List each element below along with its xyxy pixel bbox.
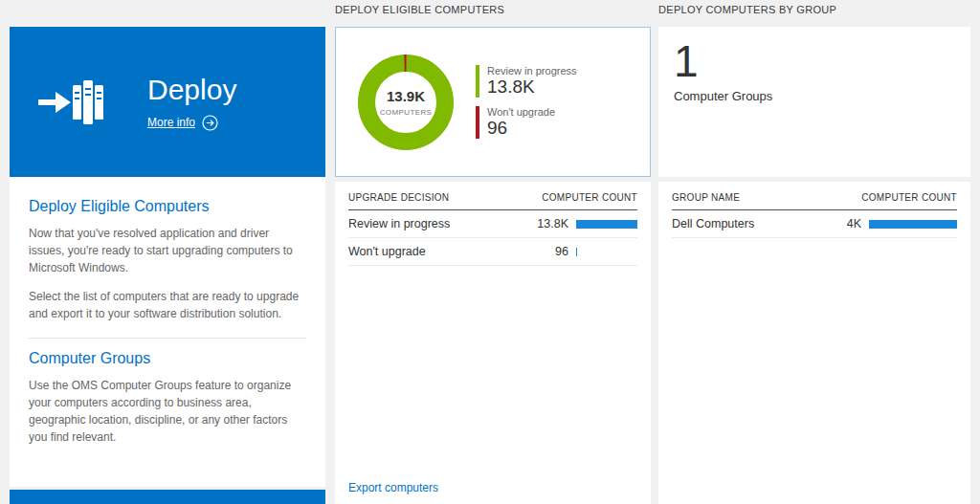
- more-info-label: More info: [147, 116, 195, 129]
- count-bar: [576, 220, 637, 229]
- deploy-tile-text: Deploy More info: [147, 74, 236, 131]
- section-heading-eligible: Deploy Eligible Computers: [29, 198, 306, 215]
- eligible-computers-column: DEPLOY ELIGIBLE COMPUTERS 13.9K COMPUTER…: [335, 0, 651, 504]
- table-row[interactable]: Won't upgrade 96: [348, 238, 637, 266]
- legend-item-wont-upgrade: Won't upgrade 96: [476, 106, 577, 139]
- next-tile-partial: [10, 490, 325, 504]
- column-header-group-name: GROUP NAME: [672, 192, 740, 203]
- arrow-circle-icon: [202, 115, 218, 131]
- legend-label: Won't upgrade: [487, 106, 577, 118]
- deploy-dashboard: Deploy More info Deploy Eligible Compute…: [0, 0, 980, 504]
- row-label: Review in progress: [348, 217, 450, 230]
- column-header-computer-count: COMPUTER COUNT: [861, 192, 957, 203]
- bar-track: [869, 220, 957, 229]
- more-info-link[interactable]: More info: [147, 115, 236, 131]
- row-value: 13.8K: [530, 217, 568, 230]
- section-paragraph: Now that you've resolved application and…: [29, 225, 306, 276]
- legend-value: 96: [487, 119, 577, 139]
- donut-legend: Review in progress 13.8K Won't upgrade 9…: [476, 56, 577, 147]
- row-value-group: 13.8K: [530, 217, 637, 230]
- computers-by-group-column: DEPLOY COMPUTERS BY GROUP 1 Computer Gro…: [658, 0, 970, 504]
- column-header-upgrade-decision: UPGRADE DECISION: [348, 192, 449, 203]
- deploy-icon: [36, 72, 111, 133]
- table-header-row: GROUP NAME COMPUTER COUNT: [672, 182, 957, 210]
- legend-item-review: Review in progress 13.8K: [476, 65, 577, 98]
- left-column: Deploy More info Deploy Eligible Compute…: [10, 0, 325, 504]
- section-paragraph: Use the OMS Computer Groups feature to o…: [29, 377, 306, 446]
- row-value-group: 96: [530, 245, 637, 258]
- table-row[interactable]: Dell Computers 4K: [672, 210, 957, 238]
- deploy-tile-title: Deploy: [147, 74, 236, 105]
- section-divider: [29, 338, 306, 339]
- eligible-computers-tile[interactable]: 13.9K COMPUTERS Review in progress 13.8K…: [335, 27, 651, 177]
- deploy-info-panel: Deploy Eligible Computers Now that you'v…: [10, 177, 325, 487]
- bar-track: [576, 220, 637, 229]
- legend-label: Review in progress: [487, 65, 577, 77]
- export-computers-link[interactable]: Export computers: [348, 481, 438, 494]
- count-bar: [576, 248, 577, 256]
- row-label: Won't upgrade: [348, 245, 426, 258]
- donut-center-value: 13.9K: [387, 88, 425, 104]
- row-value: 4K: [823, 217, 861, 230]
- computers-by-group-header: DEPLOY COMPUTERS BY GROUP: [658, 4, 836, 15]
- eligible-computers-header: DEPLOY ELIGIBLE COMPUTERS: [335, 4, 504, 15]
- table-header-row: UPGRADE DECISION COMPUTER COUNT: [348, 182, 637, 210]
- section-heading-groups: Computer Groups: [29, 350, 306, 367]
- deploy-tile[interactable]: Deploy More info: [10, 27, 325, 177]
- section-paragraph: Select the list of computers that are re…: [29, 288, 306, 322]
- group-name-table: GROUP NAME COMPUTER COUNT Dell Computers…: [658, 182, 970, 504]
- row-label: Dell Computers: [672, 217, 754, 230]
- group-count-label: Computer Groups: [674, 89, 955, 103]
- row-value: 96: [530, 245, 568, 258]
- computers-donut-chart: 13.9K COMPUTERS: [355, 52, 457, 153]
- legend-value: 13.8K: [487, 77, 577, 98]
- computer-groups-tile[interactable]: 1 Computer Groups: [658, 27, 970, 177]
- bar-track: [576, 248, 637, 256]
- upgrade-decision-table: UPGRADE DECISION COMPUTER COUNT Review i…: [335, 182, 651, 504]
- group-count-value: 1: [674, 36, 955, 87]
- count-bar: [869, 220, 957, 229]
- column-header-computer-count: COMPUTER COUNT: [542, 192, 637, 203]
- table-row[interactable]: Review in progress 13.8K: [348, 210, 637, 238]
- row-value-group: 4K: [823, 217, 957, 230]
- donut-center-label: COMPUTERS: [380, 108, 433, 117]
